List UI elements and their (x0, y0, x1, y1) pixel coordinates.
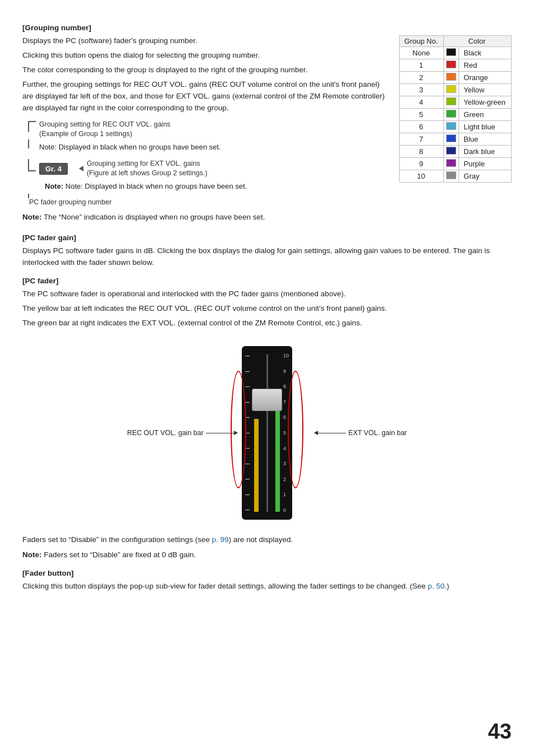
note3: Note: The “None” indication is displayed… (22, 212, 386, 223)
color-swatch (446, 73, 456, 81)
color-name-cell: Gray (459, 170, 512, 183)
group-no-cell: None (400, 47, 444, 59)
table-row: 9 Purple (400, 158, 512, 170)
group-no-cell: 1 (400, 59, 444, 72)
color-name-cell: Light blue (459, 121, 512, 133)
color-swatch (446, 85, 456, 93)
fader-disable-note2: Note: Faders set to “Disable” are fixed … (22, 549, 512, 561)
grouping-number-section: [Grouping number] Displays the PC (softw… (22, 24, 512, 226)
color-swatch-cell (444, 158, 459, 170)
grouping-diagram: Grouping setting for REC OUT VOL. gains … (28, 120, 386, 206)
color-name-cell: Dark blue (459, 146, 512, 158)
table-row: 5 Green (400, 109, 512, 121)
pc-fader-section: [PC fader] The PC software fader is oper… (22, 277, 512, 561)
table-row: 4 Yellow-green (400, 96, 512, 109)
color-swatch-cell (444, 84, 459, 96)
page-number: 43 (488, 720, 512, 744)
para4: Further, the grouping settings for REC O… (22, 79, 386, 114)
grouping-number-text: Displays the PC (software) fader's group… (22, 35, 386, 226)
ext-vol-label: EXT VOL. gain bar (314, 429, 407, 437)
color-name-cell: Orange (459, 72, 512, 84)
para1: Displays the PC (software) fader's group… (22, 35, 386, 47)
table-row: None Black (400, 47, 512, 59)
col-group-no: Group No. (400, 36, 444, 47)
color-name-cell: Red (459, 59, 512, 72)
color-swatch (446, 97, 456, 105)
fader-disable-note: Faders set to “Disable” in the configura… (22, 534, 512, 546)
color-swatch-cell (444, 121, 459, 133)
table-row: 7 Blue (400, 133, 512, 146)
group-no-cell: 5 (400, 109, 444, 121)
group-no-cell: 8 (400, 146, 444, 158)
group-table: Group No. Color None Black 1 Red 2 (399, 35, 512, 183)
color-swatch-cell (444, 133, 459, 146)
color-swatch (446, 171, 456, 179)
group-no-cell: 2 (400, 72, 444, 84)
color-name-cell: Green (459, 109, 512, 121)
rec-out-bar (254, 419, 259, 512)
fader-knob[interactable] (252, 389, 282, 411)
col-color: Color (444, 36, 512, 47)
pc-fader-gain-header: [PC fader gain] (22, 234, 512, 242)
table-row: 8 Dark blue (400, 146, 512, 158)
table-row: 1 Red (400, 59, 512, 72)
gr4-box: Gr. 4 (39, 163, 68, 175)
pc-fader-grouping-label: PC fader grouping number (29, 198, 386, 206)
fader-button-para: Clicking this button displays the pop-up… (22, 581, 512, 592)
fader-button-header: [Fader button] (22, 569, 512, 577)
ext-vol-bar (275, 407, 280, 512)
para2: Clicking this button opens the dialog fo… (22, 50, 386, 62)
group-no-cell: 6 (400, 121, 444, 133)
table-row: 3 Yellow (400, 84, 512, 96)
p50-link[interactable]: p. 50 (428, 582, 444, 590)
rec-out-label: REC OUT VOL. gain bar (127, 429, 238, 437)
table-row: 6 Light blue (400, 121, 512, 133)
color-swatch (446, 60, 456, 68)
color-name-cell: Blue (459, 133, 512, 146)
pc-fader-header: [PC fader] (22, 277, 512, 285)
fader-body: 109876543210 (242, 346, 292, 520)
color-swatch (446, 134, 456, 142)
color-swatch (446, 122, 456, 130)
pc-fader-para2: The yellow bar at left indicates the REC… (22, 303, 512, 315)
color-swatch (446, 159, 456, 167)
color-swatch (446, 110, 456, 118)
p99-link[interactable]: p. 99 (212, 535, 228, 544)
color-swatch-cell (444, 170, 459, 183)
color-swatch-cell (444, 47, 459, 59)
color-swatch-cell (444, 72, 459, 84)
note2: Note: Note: Displayed in black when no g… (45, 182, 386, 190)
color-name-cell: Yellow (459, 84, 512, 96)
group-no-cell: 10 (400, 170, 444, 183)
diagram-label1: Grouping setting for REC OUT VOL. gains … (39, 120, 171, 139)
pc-fader-gain-section: [PC fader gain] Displays PC software fad… (22, 234, 512, 269)
color-swatch (446, 147, 456, 155)
group-no-cell: 3 (400, 84, 444, 96)
fader-button-section: [Fader button] Clicking this button disp… (22, 569, 512, 592)
group-no-cell: 9 (400, 158, 444, 170)
para3: The color corresponding to the group is … (22, 64, 386, 76)
color-name-cell: Yellow-green (459, 96, 512, 109)
pc-fader-para1: The PC software fader is operational and… (22, 288, 512, 300)
table-row: 2 Orange (400, 72, 512, 84)
grouping-number-header: [Grouping number] (22, 24, 512, 32)
group-no-cell: 7 (400, 133, 444, 146)
diagram-label2: Grouping setting for EXT VOL. gains (Fig… (87, 159, 207, 179)
color-name-cell: Purple (459, 158, 512, 170)
color-swatch-cell (444, 96, 459, 109)
color-swatch-cell (444, 109, 459, 121)
color-name-cell: Black (459, 47, 512, 59)
table-row: 10 Gray (400, 170, 512, 183)
group-no-cell: 4 (400, 96, 444, 109)
pc-fader-gain-para: Displays PC software fader gains in dB. … (22, 245, 512, 269)
fader-graphic-container: REC OUT VOL. gain bar EXT VOL. gain bar … (22, 340, 512, 525)
note1: Note: Displayed in black when no groups … (39, 143, 221, 151)
pc-fader-para3: The green bar at right indicates the EXT… (22, 318, 512, 329)
color-swatch (446, 48, 456, 56)
color-swatch-cell (444, 59, 459, 72)
group-color-table-wrapper: Group No. Color None Black 1 Red 2 (399, 35, 512, 226)
color-swatch-cell (444, 146, 459, 158)
